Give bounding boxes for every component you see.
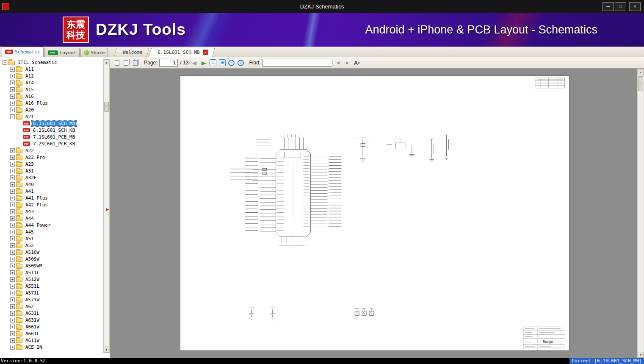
- scroll-up-icon[interactable]: ▲: [638, 69, 644, 75]
- expand-icon[interactable]: +: [10, 345, 15, 350]
- tab-share[interactable]: Share: [80, 48, 108, 57]
- tree-item-a51[interactable]: +A51: [0, 235, 103, 242]
- expand-icon[interactable]: +: [10, 216, 15, 221]
- maximize-button[interactable]: □: [615, 2, 626, 11]
- tree-item-a571l[interactable]: +A571L: [0, 289, 103, 296]
- tree-item-a22[interactable]: +A22: [0, 147, 103, 154]
- expand-icon[interactable]: +: [10, 148, 15, 153]
- zoom-out-button[interactable]: −: [228, 59, 235, 67]
- expand-icon[interactable]: +: [10, 223, 15, 228]
- find-previous-button[interactable]: ◄: [334, 59, 342, 67]
- expand-icon[interactable]: +: [10, 291, 15, 295]
- expand-icon[interactable]: +: [10, 108, 15, 112]
- expand-icon[interactable]: +: [10, 338, 15, 343]
- close-button[interactable]: ×: [629, 2, 641, 11]
- tree-item-a22-pro[interactable]: +A22 Pro: [0, 154, 103, 161]
- tree-item-a15[interactable]: +A15: [0, 86, 103, 93]
- sidebar-collapse-handle[interactable]: ▶: [106, 208, 109, 211]
- expand-icon[interactable]: +: [10, 209, 15, 214]
- page-tool-icon[interactable]: [113, 59, 121, 67]
- tree-item-a41[interactable]: +A41: [0, 188, 103, 195]
- tree-item-a571w[interactable]: +A571W: [0, 296, 103, 303]
- expand-icon[interactable]: +: [10, 277, 15, 282]
- tree-item-a20[interactable]: +A20: [0, 106, 103, 113]
- scroll-up-icon[interactable]: ▲: [104, 59, 109, 65]
- expand-icon[interactable]: +: [10, 155, 15, 160]
- snapshot-tool-icon[interactable]: [132, 59, 139, 67]
- tree-item-ace-2n[interactable]: +ACE 2N: [0, 344, 103, 350]
- minimize-button[interactable]: ─: [603, 2, 614, 11]
- tree-item-a52[interactable]: +A52: [0, 242, 103, 249]
- tree-item-7-1sl601-pcb-mb[interactable]: PDF7.1SL601_PCB_MB: [0, 133, 103, 140]
- tab-welcome[interactable]: Welcome: [115, 48, 148, 57]
- expand-icon[interactable]: +: [10, 331, 15, 336]
- tree-item-a509w[interactable]: +A509W: [0, 256, 103, 262]
- expand-icon[interactable]: +: [10, 162, 15, 167]
- tree-item-a631w[interactable]: +A631W: [0, 317, 103, 323]
- tree-item-6-2sl601-sch-kb[interactable]: PDF6.2SL601_SCH_KB: [0, 127, 103, 133]
- expand-icon[interactable]: +: [10, 230, 15, 234]
- tree-item-a32f[interactable]: +A32F: [0, 174, 103, 181]
- expand-icon[interactable]: +: [10, 81, 15, 85]
- tree-item-7-2sl601-pcb-kb[interactable]: PDF7.2SL601_PCB_KB: [0, 140, 103, 147]
- find-input[interactable]: [263, 59, 332, 67]
- expand-icon[interactable]: +: [10, 189, 15, 194]
- pdf-canvas[interactable]: Huaqin ▲ ≡ ▼: [110, 69, 644, 358]
- tree-item-a62[interactable]: +A62: [0, 303, 103, 310]
- expand-icon[interactable]: +: [10, 284, 15, 289]
- expand-icon[interactable]: +: [10, 182, 15, 187]
- scrollbar-thumb[interactable]: ≡: [638, 76, 643, 91]
- expand-icon[interactable]: +: [10, 270, 15, 275]
- tab-document[interactable]: 6.1SL601_SCH_MB ×: [150, 48, 214, 57]
- expand-icon[interactable]: +: [10, 311, 15, 316]
- page-input[interactable]: [159, 59, 178, 67]
- expand-icon[interactable]: +: [10, 169, 15, 173]
- tree-item-a661l[interactable]: +A661L: [0, 330, 103, 337]
- tree-item-a551l[interactable]: +A551L: [0, 283, 103, 289]
- tree-item-a44[interactable]: +A44: [0, 215, 103, 222]
- tree-item-6-1sl601-sch-mb[interactable]: PDF6.1SL601_SCH_MB: [0, 120, 103, 127]
- tree-item-a12[interactable]: +A12: [0, 72, 103, 79]
- expand-icon[interactable]: +: [10, 94, 15, 99]
- tree-item-a510w[interactable]: +A510W: [0, 249, 103, 256]
- zoom-in-button[interactable]: +: [237, 59, 244, 67]
- tree-item-a11[interactable]: +A11: [0, 66, 103, 72]
- expand-icon[interactable]: +: [10, 87, 15, 92]
- expand-icon[interactable]: +: [10, 175, 15, 180]
- expand-icon[interactable]: +: [10, 74, 15, 78]
- find-next-button[interactable]: ►: [344, 59, 351, 67]
- tab-layout[interactable]: PADS Layout: [44, 48, 80, 57]
- next-page-button[interactable]: ▶: [200, 59, 207, 67]
- sidebar-scrollbar[interactable]: ▲ ≡ ▼: [103, 59, 110, 353]
- scroll-down-icon[interactable]: ▼: [638, 352, 644, 358]
- tree-item-a631l[interactable]: +A631L: [0, 310, 103, 317]
- expand-icon[interactable]: +: [10, 243, 15, 248]
- tree-item-a40[interactable]: +A40: [0, 181, 103, 188]
- tree-item-a44-power[interactable]: +A44 Power: [0, 222, 103, 228]
- previous-page-button[interactable]: ◀: [191, 59, 198, 67]
- expand-icon[interactable]: +: [10, 318, 15, 322]
- tab-schematic[interactable]: PDF Schematic: [2, 47, 44, 57]
- close-tab-icon[interactable]: ×: [203, 50, 208, 55]
- tree-item-a661w[interactable]: +A661W: [0, 323, 103, 330]
- tree-item-a41-plus[interactable]: +A41 Plus: [0, 195, 103, 201]
- copy-tool-icon[interactable]: [123, 59, 130, 67]
- scrollbar-thumb[interactable]: ≡: [104, 102, 109, 112]
- expand-icon[interactable]: +: [10, 101, 15, 106]
- viewer-scrollbar[interactable]: ▲ ≡ ▼: [637, 69, 644, 358]
- expand-icon[interactable]: +: [10, 264, 15, 268]
- expand-icon[interactable]: +: [10, 257, 15, 261]
- tree-item-a16-plus[interactable]: +A16 Plus: [0, 100, 103, 106]
- tree-item-a43[interactable]: +A43: [0, 208, 103, 215]
- tree-item-a21[interactable]: -A21: [0, 113, 103, 120]
- app-icon[interactable]: [2, 3, 9, 10]
- expand-icon[interactable]: +: [10, 196, 15, 200]
- tree-item-a23[interactable]: +A23: [0, 161, 103, 167]
- expand-icon[interactable]: +: [10, 250, 15, 255]
- tree-item-a42-plus[interactable]: +A42 Plus: [0, 201, 103, 208]
- font-size-button[interactable]: Aa: [353, 59, 360, 67]
- expand-icon[interactable]: +: [10, 203, 15, 207]
- collapse-icon[interactable]: -: [10, 114, 15, 119]
- collapse-icon[interactable]: -: [3, 60, 7, 65]
- tree-item-a509wm[interactable]: +A509WM: [0, 262, 103, 269]
